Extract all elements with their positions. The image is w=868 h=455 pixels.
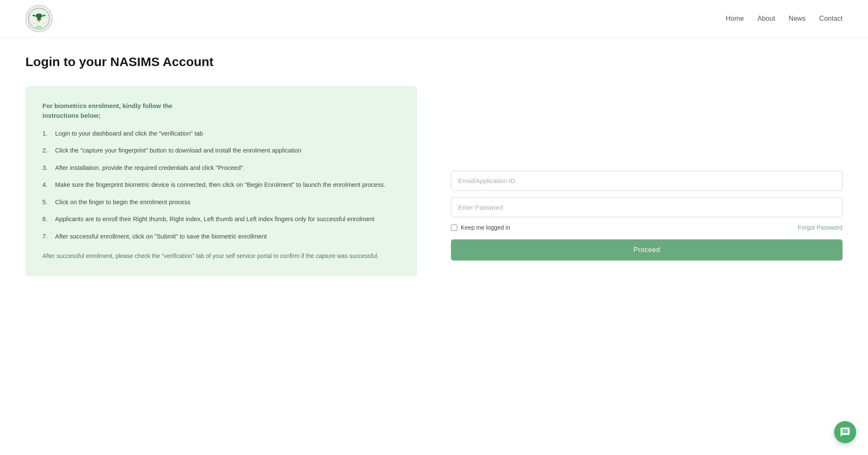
- logo-image: NASIMS ★ ★: [25, 5, 53, 32]
- instructions-footer: After successful enrolment, please check…: [42, 251, 400, 261]
- svg-text:NASIMS: NASIMS: [36, 26, 42, 28]
- nav-home[interactable]: Home: [726, 15, 744, 22]
- logo-area: NASIMS ★ ★: [25, 5, 53, 32]
- chat-bubble-button[interactable]: [834, 421, 856, 443]
- login-form-area: Keep me logged in Forgot Password Procee…: [451, 86, 843, 261]
- instructions-box: For biometrics enrolment, kindly follow …: [25, 86, 417, 276]
- email-input[interactable]: [451, 171, 843, 191]
- list-item: 4. Make sure the fingerprint biometric d…: [42, 180, 400, 189]
- list-item: 5. Click on the finger to begin the enro…: [42, 197, 400, 207]
- instructions-list: 1. Login to your dashboard and click the…: [42, 129, 400, 241]
- keep-logged-label[interactable]: Keep me logged in: [451, 224, 510, 231]
- page-title: Login to your NASIMS Account: [25, 55, 843, 69]
- nav-about[interactable]: About: [757, 15, 775, 22]
- proceed-button[interactable]: Proceed: [451, 239, 843, 261]
- nav-news[interactable]: News: [789, 15, 806, 22]
- form-options: Keep me logged in Forgot Password: [451, 224, 843, 231]
- email-group: [451, 171, 843, 191]
- svg-text:★: ★: [43, 22, 45, 24]
- content-grid: For biometrics enrolment, kindly follow …: [25, 86, 843, 276]
- password-input[interactable]: [451, 197, 843, 217]
- keep-logged-text: Keep me logged in: [461, 224, 510, 231]
- forgot-password-link[interactable]: Forgot Password: [798, 224, 843, 231]
- chat-icon: [840, 427, 851, 438]
- list-item: 3. After installation, provide the requi…: [42, 163, 400, 172]
- list-item: 2. Click the "capture your fingerprint" …: [42, 146, 400, 155]
- nav-contact[interactable]: Contact: [819, 15, 843, 22]
- list-item: 6. Applicants are to enroll their Right …: [42, 214, 400, 224]
- list-item: 1. Login to your dashboard and click the…: [42, 129, 400, 138]
- password-group: [451, 197, 843, 217]
- instructions-header: For biometrics enrolment, kindly follow …: [42, 101, 400, 120]
- list-item: 7. After successful enrollment, click on…: [42, 232, 400, 241]
- keep-logged-checkbox[interactable]: [451, 225, 457, 231]
- main-nav: Home About News Contact: [726, 15, 843, 22]
- svg-text:★: ★: [33, 22, 35, 24]
